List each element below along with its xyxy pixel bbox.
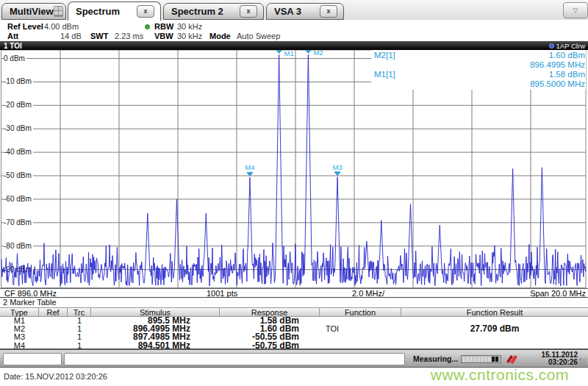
tab-spectrum[interactable]: Spectrumx: [68, 1, 161, 21]
resize-grip[interactable]: [579, 358, 587, 366]
plot-window-titlebar[interactable]: 1 TOI 1AP Clrw: [0, 41, 588, 50]
tab-bar: MultiViewSpectrumxSpectrum 2xVSA 3x: [0, 0, 588, 21]
table-cell: 1: [68, 342, 91, 350]
analyzer-screen: MultiViewSpectrumxSpectrum 2xVSA 3x ▽ Re…: [0, 0, 588, 386]
table-cell: M4: [0, 342, 39, 350]
att-label[interactable]: Att: [7, 32, 18, 40]
grid-icon: [54, 6, 63, 17]
status-bar: Measuring... 15.11.2012 03:20:26: [0, 350, 588, 368]
table-cell: [39, 325, 68, 333]
center-frequency[interactable]: CF 896.0 MHz: [4, 289, 57, 298]
settings-header: Ref Level 4.00 dBm Att 14 dB SWT 2.23 ms…: [0, 20, 588, 41]
svg-text:M4: M4: [245, 163, 254, 171]
rbw-label[interactable]: RBW: [154, 22, 173, 31]
vbw-label[interactable]: VBW: [154, 32, 173, 40]
span-value[interactable]: Span 20.0 MHz: [530, 289, 586, 298]
table-row[interactable]: M41894.501 MHz-50.75 dBm: [0, 342, 588, 350]
close-icon[interactable]: x: [320, 5, 337, 18]
table-cell: [401, 333, 588, 341]
marker-readout-label: M1[1]: [371, 70, 395, 79]
marker-m4[interactable]: [247, 172, 253, 176]
table-cell: 27.709 dBm: [401, 325, 588, 333]
table-cell: 1: [68, 333, 91, 341]
trace-badge[interactable]: 1AP Clrw: [549, 42, 588, 50]
tab-multiview[interactable]: MultiView: [1, 3, 66, 20]
tab-vsa-3[interactable]: VSA 3x: [266, 3, 344, 20]
mode-value[interactable]: Auto Sweep: [237, 32, 280, 40]
table-cell: [320, 342, 401, 350]
marker-table-window: 2 Marker Table TypeRefTrcStimulusRespons…: [0, 298, 588, 350]
table-cell: [39, 333, 68, 341]
status-field-left[interactable]: [3, 353, 62, 365]
mode-label[interactable]: Mode: [209, 32, 231, 40]
table-cell: 894.501 MHz: [91, 342, 220, 350]
sweep-progress-bar: [461, 355, 501, 363]
marker-m1[interactable]: [276, 50, 282, 54]
svg-text:M3: M3: [332, 163, 342, 171]
table-cell: [401, 342, 588, 350]
green-status-dot: [145, 24, 150, 29]
marker-readout-frequency: 896.4995 MHz: [530, 60, 585, 70]
table-cell: -50.75 dBm: [220, 342, 320, 350]
chevron-down-icon: ▽: [573, 7, 578, 14]
watermark: www.cntronics.com: [431, 366, 569, 384]
table-cell: TOI: [320, 325, 401, 333]
marker-readout-label: M2[1]: [371, 51, 395, 60]
marker-readout-frequency: 895.5000 MHz: [530, 79, 585, 89]
status-time: 03:20:26: [542, 359, 578, 366]
swt-label[interactable]: SWT: [90, 32, 108, 40]
clock: 15.11.2012 03:20:26: [542, 351, 578, 366]
spectrum-plot[interactable]: 0 dBm-10 dBm-20 dBm-30 dBm-40 dBm-50 dBm…: [0, 50, 588, 288]
column-header: Function Result: [401, 308, 588, 317]
table-cell: [39, 342, 68, 350]
status-message-field[interactable]: [64, 353, 405, 365]
svg-text:M2: M2: [313, 50, 323, 57]
svg-text:M1: M1: [284, 50, 294, 57]
screenshot-date: Date: 15.NOV.2012 03:20:26: [4, 372, 107, 381]
marker-readout-level: 1.60 dBm: [549, 51, 585, 60]
scale-per-div[interactable]: 2.0 MHz/: [352, 289, 384, 298]
tab-spectrum-2[interactable]: Spectrum 2x: [163, 3, 264, 20]
marker-table-title[interactable]: 2 Marker Table: [0, 298, 588, 307]
tab-label: Spectrum: [76, 6, 137, 17]
plot-window-title: 1 TOI: [0, 42, 549, 50]
trace-color-dot: [549, 43, 554, 49]
tab-label: Spectrum 2: [171, 6, 240, 17]
trace-label: 1AP Clrw: [556, 42, 585, 50]
table-cell: M3: [0, 333, 39, 341]
close-icon[interactable]: x: [137, 5, 154, 18]
alert-icon: [505, 354, 518, 364]
axis-bar: CF 896.0 MHz 1001 pts 2.0 MHz/ Span 20.0…: [0, 288, 588, 298]
column-header: Ref: [39, 308, 68, 317]
column-header: Function: [320, 308, 401, 317]
marker-readout: M2[1]1.60 dBm896.4995 MHzM1[1]1.58 dBm89…: [371, 51, 585, 89]
tab-label: VSA 3: [274, 6, 320, 17]
tab-label: MultiView: [10, 6, 54, 17]
att-value[interactable]: 14 dB: [60, 32, 82, 40]
marker-readout-level: 1.58 dBm: [549, 70, 585, 79]
table-cell: [39, 317, 68, 325]
sweep-points[interactable]: 1001 pts: [207, 289, 237, 298]
marker-table-body: M11895.5 MHz1.58 dBmM21896.4995 MHz1.60 …: [0, 317, 588, 350]
close-icon[interactable]: x: [240, 5, 257, 18]
marker-m3[interactable]: [334, 172, 340, 176]
measuring-label: Measuring...: [413, 354, 458, 363]
tab-overflow-button[interactable]: ▽: [563, 2, 588, 18]
ref-level-label[interactable]: Ref Level: [7, 22, 43, 31]
table-cell: [320, 333, 401, 341]
ref-level-value[interactable]: 4.00 dBm: [44, 22, 79, 31]
footer: Date: 15.NOV.2012 03:20:26 www.cntronics…: [0, 368, 588, 386]
vbw-value[interactable]: 30 kHz: [177, 32, 202, 40]
swt-value[interactable]: 2.23 ms: [115, 32, 143, 40]
marker-m2[interactable]: [305, 50, 311, 53]
rbw-value[interactable]: 30 kHz: [177, 22, 202, 31]
